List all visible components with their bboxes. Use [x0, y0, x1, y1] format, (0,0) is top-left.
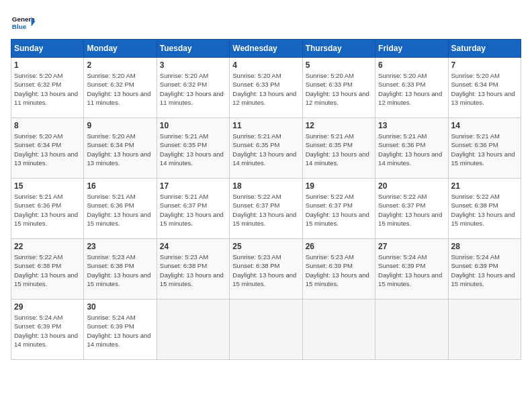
day-info: Sunrise: 5:23 AM Sunset: 6:38 PM Dayligh…: [87, 253, 150, 287]
calendar-cell: 26 Sunrise: 5:23 AM Sunset: 6:39 PM Dayl…: [302, 239, 375, 300]
day-number: 23: [87, 242, 153, 251]
day-info: Sunrise: 5:23 AM Sunset: 6:38 PM Dayligh…: [232, 253, 296, 287]
day-info: Sunrise: 5:21 AM Sunset: 6:36 PM Dayligh…: [14, 193, 78, 227]
day-number: 2: [87, 60, 153, 70]
calendar-table: SundayMondayTuesdayWednesdayThursdayFrid…: [11, 39, 521, 360]
weekday-header-thursday: Thursday: [302, 40, 375, 58]
calendar-cell: 13 Sunrise: 5:21 AM Sunset: 6:36 PM Dayl…: [375, 118, 448, 179]
day-info: Sunrise: 5:24 AM Sunset: 6:39 PM Dayligh…: [451, 253, 515, 287]
calendar-cell: 9 Sunrise: 5:20 AM Sunset: 6:34 PM Dayli…: [84, 118, 157, 179]
calendar-cell: 28 Sunrise: 5:24 AM Sunset: 6:39 PM Dayl…: [448, 239, 521, 300]
calendar-cell: [375, 300, 448, 360]
day-info: Sunrise: 5:20 AM Sunset: 6:32 PM Dayligh…: [160, 72, 224, 106]
day-info: Sunrise: 5:22 AM Sunset: 6:37 PM Dayligh…: [306, 193, 369, 227]
day-info: Sunrise: 5:21 AM Sunset: 6:35 PM Dayligh…: [306, 132, 369, 167]
day-number: 25: [232, 242, 299, 251]
day-number: 29: [14, 302, 81, 312]
day-number: 8: [14, 121, 81, 130]
calendar-cell: 17 Sunrise: 5:21 AM Sunset: 6:37 PM Dayl…: [157, 179, 229, 239]
day-number: 6: [378, 60, 445, 70]
day-info: Sunrise: 5:20 AM Sunset: 6:33 PM Dayligh…: [306, 72, 369, 106]
calendar-cell: 18 Sunrise: 5:22 AM Sunset: 6:37 PM Dayl…: [230, 179, 302, 239]
calendar-cell: 22 Sunrise: 5:22 AM Sunset: 6:38 PM Dayl…: [11, 239, 84, 300]
day-info: Sunrise: 5:20 AM Sunset: 6:32 PM Dayligh…: [87, 72, 150, 106]
day-number: 9: [87, 121, 153, 130]
day-number: 22: [14, 242, 81, 251]
calendar-cell: [230, 300, 302, 360]
day-info: Sunrise: 5:21 AM Sunset: 6:37 PM Dayligh…: [160, 193, 224, 227]
calendar-cell: 29 Sunrise: 5:24 AM Sunset: 6:39 PM Dayl…: [11, 300, 84, 360]
calendar-cell: 6 Sunrise: 5:20 AM Sunset: 6:33 PM Dayli…: [375, 58, 448, 118]
calendar-cell: 11 Sunrise: 5:21 AM Sunset: 6:35 PM Dayl…: [230, 118, 302, 179]
day-number: 27: [378, 242, 445, 251]
calendar-cell: 16 Sunrise: 5:21 AM Sunset: 6:36 PM Dayl…: [84, 179, 157, 239]
calendar-cell: 5 Sunrise: 5:20 AM Sunset: 6:33 PM Dayli…: [302, 58, 375, 118]
logo-icon: General Blue: [11, 11, 35, 35]
day-info: Sunrise: 5:21 AM Sunset: 6:36 PM Dayligh…: [451, 132, 515, 167]
calendar-cell: 19 Sunrise: 5:22 AM Sunset: 6:37 PM Dayl…: [302, 179, 375, 239]
day-number: 19: [306, 181, 372, 191]
day-info: Sunrise: 5:22 AM Sunset: 6:37 PM Dayligh…: [232, 193, 296, 227]
day-number: 10: [160, 121, 226, 130]
day-info: Sunrise: 5:21 AM Sunset: 6:35 PM Dayligh…: [160, 132, 224, 167]
day-info: Sunrise: 5:20 AM Sunset: 6:33 PM Dayligh…: [378, 72, 442, 106]
day-info: Sunrise: 5:21 AM Sunset: 6:35 PM Dayligh…: [232, 132, 296, 167]
svg-text:Blue: Blue: [12, 23, 27, 30]
calendar-cell: 21 Sunrise: 5:22 AM Sunset: 6:38 PM Dayl…: [448, 179, 521, 239]
calendar-cell: 3 Sunrise: 5:20 AM Sunset: 6:32 PM Dayli…: [157, 58, 229, 118]
weekday-header-wednesday: Wednesday: [230, 40, 302, 58]
calendar-cell: 12 Sunrise: 5:21 AM Sunset: 6:35 PM Dayl…: [302, 118, 375, 179]
day-number: 16: [87, 181, 153, 191]
calendar-cell: 23 Sunrise: 5:23 AM Sunset: 6:38 PM Dayl…: [84, 239, 157, 300]
weekday-header-monday: Monday: [84, 40, 157, 58]
day-info: Sunrise: 5:24 AM Sunset: 6:39 PM Dayligh…: [378, 253, 442, 287]
day-info: Sunrise: 5:20 AM Sunset: 6:32 PM Dayligh…: [14, 72, 78, 106]
day-number: 18: [232, 181, 299, 191]
weekday-header-sunday: Sunday: [11, 40, 84, 58]
day-number: 14: [451, 121, 518, 130]
calendar-cell: 10 Sunrise: 5:21 AM Sunset: 6:35 PM Dayl…: [157, 118, 229, 179]
day-number: 17: [160, 181, 226, 191]
weekday-header-saturday: Saturday: [448, 40, 521, 58]
day-number: 13: [378, 121, 445, 130]
day-info: Sunrise: 5:24 AM Sunset: 6:39 PM Dayligh…: [14, 314, 78, 348]
calendar-cell: [157, 300, 229, 360]
calendar-cell: 14 Sunrise: 5:21 AM Sunset: 6:36 PM Dayl…: [448, 118, 521, 179]
calendar-cell: 7 Sunrise: 5:20 AM Sunset: 6:34 PM Dayli…: [448, 58, 521, 118]
calendar-cell: 2 Sunrise: 5:20 AM Sunset: 6:32 PM Dayli…: [84, 58, 157, 118]
day-info: Sunrise: 5:24 AM Sunset: 6:39 PM Dayligh…: [87, 314, 150, 348]
calendar-cell: 4 Sunrise: 5:20 AM Sunset: 6:33 PM Dayli…: [230, 58, 302, 118]
day-info: Sunrise: 5:22 AM Sunset: 6:38 PM Dayligh…: [451, 193, 515, 227]
calendar-cell: 30 Sunrise: 5:24 AM Sunset: 6:39 PM Dayl…: [84, 300, 157, 360]
weekday-header-friday: Friday: [375, 40, 448, 58]
day-number: 11: [232, 121, 299, 130]
day-number: 3: [160, 60, 226, 70]
day-info: Sunrise: 5:20 AM Sunset: 6:34 PM Dayligh…: [87, 132, 150, 167]
day-number: 1: [14, 60, 81, 70]
day-number: 4: [232, 60, 299, 70]
calendar-cell: 24 Sunrise: 5:23 AM Sunset: 6:38 PM Dayl…: [157, 239, 229, 300]
day-info: Sunrise: 5:21 AM Sunset: 6:36 PM Dayligh…: [87, 193, 150, 227]
day-info: Sunrise: 5:22 AM Sunset: 6:38 PM Dayligh…: [14, 253, 78, 287]
logo: General Blue: [11, 11, 35, 35]
day-info: Sunrise: 5:23 AM Sunset: 6:38 PM Dayligh…: [160, 253, 224, 287]
day-number: 24: [160, 242, 226, 251]
day-number: 5: [306, 60, 372, 70]
day-info: Sunrise: 5:21 AM Sunset: 6:36 PM Dayligh…: [378, 132, 442, 167]
calendar-cell: 25 Sunrise: 5:23 AM Sunset: 6:38 PM Dayl…: [230, 239, 302, 300]
calendar-cell: 15 Sunrise: 5:21 AM Sunset: 6:36 PM Dayl…: [11, 179, 84, 239]
calendar-cell: 20 Sunrise: 5:22 AM Sunset: 6:37 PM Dayl…: [375, 179, 448, 239]
day-info: Sunrise: 5:20 AM Sunset: 6:34 PM Dayligh…: [14, 132, 78, 167]
calendar-cell: 27 Sunrise: 5:24 AM Sunset: 6:39 PM Dayl…: [375, 239, 448, 300]
day-number: 21: [451, 181, 518, 191]
day-number: 26: [306, 242, 372, 251]
day-number: 20: [378, 181, 445, 191]
day-number: 28: [451, 242, 518, 251]
day-info: Sunrise: 5:23 AM Sunset: 6:39 PM Dayligh…: [306, 253, 369, 287]
day-number: 15: [14, 181, 81, 191]
weekday-header-tuesday: Tuesday: [157, 40, 229, 58]
day-number: 7: [451, 60, 518, 70]
day-info: Sunrise: 5:22 AM Sunset: 6:37 PM Dayligh…: [378, 193, 442, 227]
calendar-cell: 1 Sunrise: 5:20 AM Sunset: 6:32 PM Dayli…: [11, 58, 84, 118]
calendar-cell: [448, 300, 521, 360]
